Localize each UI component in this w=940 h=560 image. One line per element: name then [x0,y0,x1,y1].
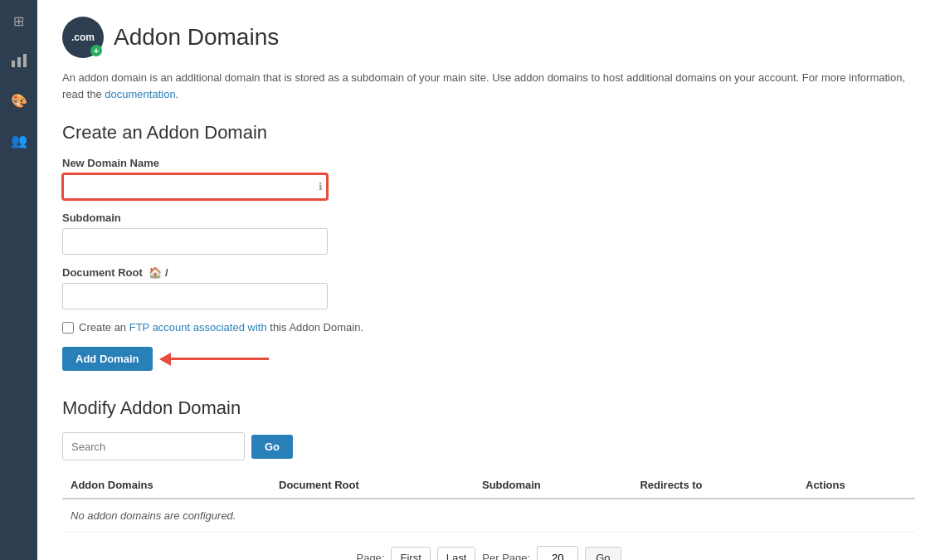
page-description: An addon domain is an additional domain … [62,70,915,102]
add-domain-row: Add Domain [62,347,915,371]
icon-text: .com [71,32,95,43]
page-title: Addon Domains [114,24,279,51]
ftp-link[interactable]: FTP account associated with [129,321,267,334]
last-page-button[interactable]: Last [437,547,476,561]
sidebar: ⊞ 🎨 👥 [0,0,37,560]
first-page-button[interactable]: First [391,547,430,561]
col-addon-domains: Addon Domains [62,472,270,499]
col-actions: Actions [797,472,915,499]
domains-table: Addon Domains Document Root Subdomain Re… [62,472,915,533]
add-domain-button[interactable]: Add Domain [62,347,153,371]
per-page-input[interactable] [537,546,578,560]
ftp-label: Create an FTP account associated with th… [79,321,363,334]
search-input[interactable] [62,432,245,460]
addon-domains-icon: .com + [62,17,104,58]
new-domain-input-wrapper: ℹ [62,173,328,200]
svg-rect-0 [12,61,15,67]
chart-icon[interactable] [7,48,32,73]
new-domain-input[interactable] [62,173,328,200]
subdomain-label: Subdomain [62,212,915,224]
arrow-line [161,358,269,360]
palette-icon[interactable]: 🎨 [7,88,32,113]
main-content: .com + Addon Domains An addon domain is … [37,0,940,560]
input-info-icon: ℹ [319,181,323,192]
table-body: No addon domains are configured. [62,499,915,533]
subdomain-input[interactable] [62,228,328,255]
per-page-label: Per Page: [482,552,530,561]
users-icon[interactable]: 👥 [7,128,32,153]
arrow-annotation [161,358,269,360]
modify-section-heading: Modify Addon Domain [62,397,915,419]
col-redirects-to: Redirects to [631,472,797,499]
subdomain-group: Subdomain [62,212,915,255]
search-row: Go [62,432,915,460]
create-section-heading: Create an Addon Domain [62,122,915,144]
ftp-checkbox-row: Create an FTP account associated with th… [62,321,915,334]
table-header: Addon Domains Document Root Subdomain Re… [62,472,915,499]
pagination-row: Page: First Last Per Page: Go [62,546,915,560]
svg-rect-2 [23,54,27,67]
table-row: No addon domains are configured. [62,499,915,533]
slash-label: / [165,266,168,279]
svg-rect-1 [17,57,21,67]
col-document-root: Document Root [270,472,474,499]
pagination-go-button[interactable]: Go [585,547,621,561]
ftp-checkbox[interactable] [62,322,74,334]
arrow-head [159,353,171,366]
documentation-link[interactable]: documentation [105,88,175,100]
document-root-input[interactable] [62,283,328,309]
new-domain-group: New Domain Name ℹ [62,157,915,200]
document-root-group: Document Root 🏠 / [62,266,915,309]
plus-badge: + [90,45,102,56]
grid-icon[interactable]: ⊞ [7,8,32,33]
col-subdomain: Subdomain [474,472,631,499]
no-data-message: No addon domains are configured. [62,499,915,533]
new-domain-label: New Domain Name [62,157,915,169]
page-label: Page: [356,552,384,561]
document-root-label: Document Root 🏠 / [62,266,915,279]
page-header: .com + Addon Domains [62,17,915,58]
home-icon: 🏠 [149,266,162,279]
go-button[interactable]: Go [251,435,293,459]
